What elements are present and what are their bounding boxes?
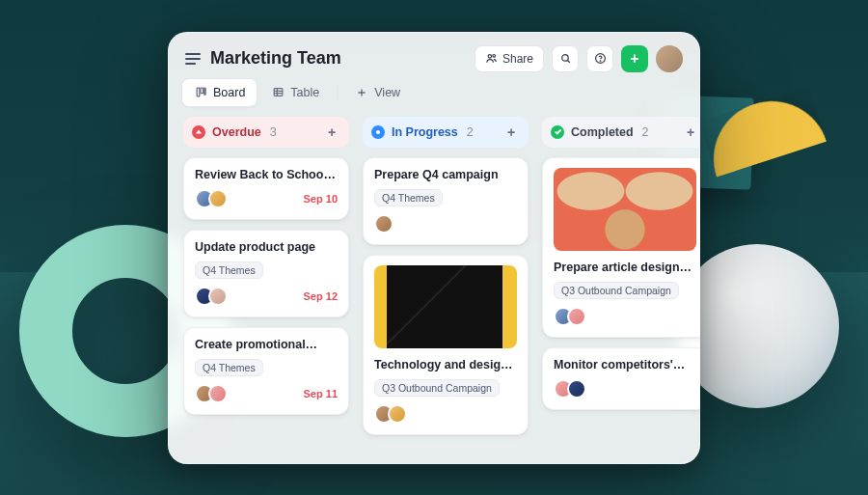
svg-rect-6: [200, 88, 203, 93]
column-count: 2: [642, 125, 649, 139]
column-header-overdue: Overdue3+: [183, 117, 349, 148]
share-button[interactable]: Share: [475, 45, 544, 72]
kanban-board: Overdue3+Review Back to School…Sep 10Upd…: [168, 117, 700, 464]
assignee-avatar[interactable]: [208, 384, 228, 403]
task-card[interactable]: Technology and design…Q3 Outbound Campai…: [363, 255, 529, 435]
user-avatar[interactable]: [656, 45, 683, 72]
header: Marketing Team Share: [168, 32, 700, 78]
app-window: Marketing Team Share: [168, 32, 700, 464]
task-card[interactable]: Update product pageQ4 ThemesSep 12: [183, 230, 349, 317]
card-tag[interactable]: Q3 Outbound Campaign: [374, 379, 500, 397]
board-icon: [194, 86, 207, 99]
assignee-stack[interactable]: [374, 404, 407, 424]
card-footer: [374, 404, 517, 424]
tab-board-label: Board: [213, 86, 245, 99]
tab-add-view[interactable]: View: [343, 79, 412, 106]
assignee-stack[interactable]: [374, 214, 393, 234]
assignee-stack[interactable]: [195, 287, 228, 306]
card-footer: [554, 307, 696, 326]
column-count: 2: [467, 125, 474, 139]
card-tag[interactable]: Q4 Themes: [195, 359, 263, 376]
plus-icon: [355, 86, 368, 99]
assignee-avatar[interactable]: [388, 404, 407, 424]
column-header-completed: Completed2+: [542, 117, 700, 148]
column-count: 3: [270, 125, 277, 139]
add-card-button[interactable]: +: [502, 124, 520, 141]
task-card[interactable]: Create promotional…Q4 ThemesSep 11: [183, 327, 349, 415]
svg-rect-5: [197, 88, 200, 96]
column-label: Completed: [571, 125, 634, 139]
card-title: Prepare article design…: [554, 261, 696, 274]
view-tabs: Board Table View: [168, 78, 700, 117]
svg-point-0: [488, 55, 491, 58]
column-label: Overdue: [212, 125, 261, 139]
card-footer: Sep 11: [195, 384, 338, 403]
due-date: Sep 12: [304, 290, 338, 302]
tab-add-view-label: View: [374, 86, 400, 99]
assignee-avatar[interactable]: [567, 379, 586, 399]
plus-icon: +: [630, 50, 638, 68]
card-title: Prepare Q4 campaign: [374, 168, 517, 181]
task-card[interactable]: Review Back to School…Sep 10: [183, 157, 349, 220]
menu-icon[interactable]: [185, 53, 201, 65]
column-label: In Progress: [392, 125, 458, 139]
card-tag[interactable]: Q4 Themes: [374, 189, 443, 206]
task-card[interactable]: Monitor competitors'…: [542, 347, 700, 410]
header-actions: Share +: [475, 45, 683, 72]
status-icon-completed: [551, 125, 564, 139]
people-icon: [485, 52, 498, 65]
assignee-stack[interactable]: [554, 379, 586, 399]
search-button[interactable]: [552, 45, 579, 72]
card-title: Monitor competitors'…: [554, 358, 696, 371]
card-title: Update product page: [195, 240, 338, 254]
tab-table[interactable]: Table: [259, 79, 331, 106]
column-completed: Completed2+Prepare article design…Q3 Out…: [542, 117, 700, 447]
svg-rect-8: [274, 89, 283, 96]
card-image: [554, 168, 696, 251]
card-title: Create promotional…: [195, 338, 338, 351]
column-overdue: Overdue3+Review Back to School…Sep 10Upd…: [183, 117, 349, 447]
add-card-button[interactable]: +: [323, 124, 340, 141]
assignee-avatar[interactable]: [208, 287, 228, 306]
card-footer: Sep 10: [195, 189, 338, 208]
create-button[interactable]: +: [621, 45, 648, 72]
task-card[interactable]: Prepare article design…Q3 Outbound Campa…: [542, 157, 700, 338]
card-title: Review Back to School…: [195, 168, 338, 181]
card-footer: Sep 12: [195, 287, 338, 306]
add-card-button[interactable]: +: [682, 124, 699, 141]
status-icon-progress: [371, 125, 385, 139]
card-footer: [374, 214, 517, 234]
help-icon: [594, 52, 607, 65]
search-icon: [559, 52, 572, 65]
tab-table-label: Table: [290, 86, 319, 99]
tab-board[interactable]: Board: [181, 78, 258, 107]
svg-rect-7: [203, 88, 204, 95]
svg-point-9: [376, 129, 380, 133]
assignee-avatar[interactable]: [567, 307, 586, 326]
assignee-stack[interactable]: [195, 384, 228, 403]
assignee-stack[interactable]: [554, 307, 586, 326]
table-icon: [271, 86, 285, 99]
card-title: Technology and design…: [374, 358, 517, 371]
assignee-stack[interactable]: [195, 189, 228, 208]
task-card[interactable]: Prepare Q4 campaignQ4 Themes: [363, 157, 529, 245]
tab-separator: [337, 84, 338, 101]
assignee-avatar[interactable]: [208, 189, 228, 208]
due-date: Sep 10: [304, 193, 338, 205]
page-title: Marketing Team: [210, 48, 465, 69]
status-icon-overdue: [192, 125, 205, 139]
column-header-progress: In Progress2+: [363, 117, 529, 148]
svg-point-2: [561, 55, 568, 61]
card-tag[interactable]: Q3 Outbound Campaign: [554, 282, 679, 299]
card-tag[interactable]: Q4 Themes: [195, 261, 263, 279]
share-label: Share: [502, 52, 533, 66]
assignee-avatar[interactable]: [374, 214, 393, 234]
card-image: [374, 265, 517, 348]
svg-point-4: [600, 61, 601, 62]
due-date: Sep 11: [304, 388, 338, 399]
help-button[interactable]: [586, 45, 613, 72]
card-footer: [554, 379, 696, 399]
column-progress: In Progress2+Prepare Q4 campaignQ4 Theme…: [363, 117, 529, 447]
svg-point-1: [493, 54, 496, 57]
